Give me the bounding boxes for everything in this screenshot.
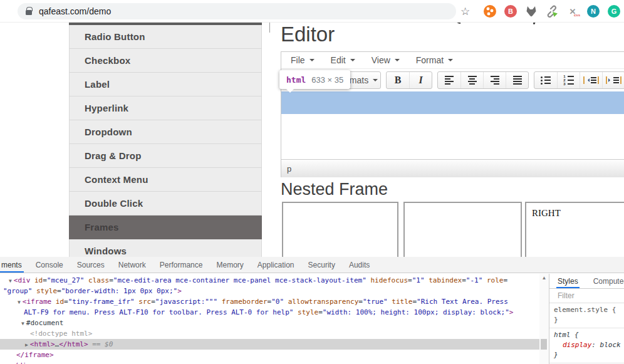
tab-application[interactable]: Application <box>251 257 301 273</box>
tab-elements[interactable]: ments <box>0 257 29 273</box>
html-style-rule[interactable]: html { display: block } <box>549 328 624 363</box>
url-text[interactable]: qafeast.com/demo <box>39 6 111 16</box>
justify-button[interactable] <box>506 72 528 88</box>
align-right-button[interactable] <box>483 72 506 88</box>
chevron-down-icon <box>373 79 378 84</box>
dom-node-html-selected[interactable]: ▶<html>…</html> == $0 <box>0 339 539 350</box>
editor-menu-view[interactable]: View <box>363 52 408 68</box>
element-style-rule[interactable]: element.style { } <box>549 303 624 328</box>
sidebar-item-drag-drop[interactable]: Drag & Drop <box>69 144 262 168</box>
italic-button[interactable]: I <box>409 72 432 88</box>
justify-icon <box>513 76 522 85</box>
b-extension-icon[interactable]: B <box>504 5 517 18</box>
rule-selector: html { <box>554 330 624 340</box>
editor-statusbar: p <box>281 159 624 177</box>
editor-content-area[interactable] <box>281 91 624 159</box>
frame-middle[interactable] <box>403 202 522 257</box>
devtools-panel: ments Console Sources Network Performanc… <box>0 257 624 364</box>
element-path[interactable]: p <box>287 164 291 174</box>
css-property: display <box>563 341 591 349</box>
inspected-dimensions: 633 × 35 <box>311 75 343 85</box>
link-extension-icon[interactable] <box>546 5 558 18</box>
css-cutter-extension-icon[interactable]: ✕ css <box>566 5 579 18</box>
tab-network[interactable]: Network <box>112 257 153 273</box>
bookmark-star-icon[interactable]: ☆ <box>460 5 470 18</box>
scrollbar-thumb[interactable] <box>541 339 547 350</box>
tab-styles[interactable]: Styles <box>558 274 578 288</box>
tab-audits[interactable]: Audits <box>342 257 377 273</box>
bold-italic-group: B I <box>386 71 432 89</box>
dom-node-iframe-close[interactable]: </iframe> <box>0 350 539 360</box>
align-center-button[interactable] <box>460 72 483 88</box>
bold-icon: B <box>395 75 402 86</box>
menu-label: Format <box>416 55 444 65</box>
indent-icon <box>606 76 621 84</box>
editor-menu-format[interactable]: Format <box>408 52 461 68</box>
sidebar-item-label: Dropdown <box>85 127 132 137</box>
sidebar-item-checkbox[interactable]: Checkbox <box>69 49 262 73</box>
dom-node-doctype[interactable]: <!doctype html> <box>0 328 539 339</box>
inspect-tooltip: html 633 × 35 <box>279 70 350 89</box>
numbered-list-button[interactable]: 1 2 3 <box>557 72 580 88</box>
tab-computed[interactable]: Computed <box>593 274 624 288</box>
partial-border-artifact <box>269 23 270 33</box>
tab-security[interactable]: Security <box>301 257 342 273</box>
sidebar-item-label: Drag & Drop <box>85 150 142 161</box>
grammarly-extension-icon[interactable]: G <box>608 5 620 18</box>
tab-sources[interactable]: Sources <box>70 257 112 273</box>
scrollbar-up-icon[interactable]: ▲ <box>539 275 549 281</box>
tab-performance[interactable]: Performance <box>153 257 210 273</box>
editor-menubar: File Edit View Format <box>281 52 624 69</box>
sidebar-item-radio-button[interactable]: Radio Button <box>69 25 262 49</box>
tab-console[interactable]: Console <box>29 257 70 273</box>
elements-scrollbar[interactable]: ▲ <box>539 274 549 364</box>
nested-frame-heading: Nested Frame <box>281 179 388 199</box>
clipped-heading-descender <box>533 23 536 24</box>
bullet-list-button[interactable] <box>534 72 557 88</box>
frame-right-text: RIGHT <box>532 208 561 218</box>
dom-node-document[interactable]: ▼#document <box>0 318 539 328</box>
lock-icon <box>26 10 32 15</box>
numbered-list-icon: 1 2 3 <box>563 75 574 85</box>
devtools-element-highlight <box>281 91 624 114</box>
sidebar-item-windows[interactable]: Windows <box>69 239 262 257</box>
sidebar-item-hyperlink[interactable]: Hyperlink <box>69 96 262 120</box>
dom-node-div-open[interactable]: ▼<div id="mceu_27" class="mce-edit-area … <box>0 275 539 286</box>
n-extension-icon[interactable]: N <box>587 5 600 18</box>
align-left-button[interactable] <box>438 72 460 88</box>
chevron-down-icon <box>395 59 400 64</box>
bold-button[interactable]: B <box>387 72 409 88</box>
sidebar-item-label: Double Click <box>85 198 143 209</box>
address-bar[interactable]: qafeast.com/demo <box>18 3 456 19</box>
indent-button[interactable] <box>602 72 624 88</box>
editor-menu-edit[interactable]: Edit <box>323 52 363 68</box>
frame-right[interactable]: RIGHT <box>525 202 624 257</box>
sidebar-item-context-menu[interactable]: Context Menu <box>69 168 262 192</box>
sidebar-item-double-click[interactable]: Double Click <box>69 192 262 216</box>
outdent-button[interactable] <box>580 72 602 88</box>
dom-node-iframe-open[interactable]: ▼<iframe id="tiny-frame_ifr" src="javasc… <box>0 296 539 307</box>
styles-sidebar: Styles Computed Filter element.style { }… <box>549 274 624 364</box>
wolf-extension-icon[interactable] <box>525 5 538 18</box>
editor-menu-file[interactable]: File <box>283 52 323 68</box>
styles-tab-bar: Styles Computed <box>549 274 624 289</box>
styles-filter-input[interactable]: Filter <box>549 289 624 303</box>
frame-left[interactable] <box>282 202 398 257</box>
rule-selector: element.style { <box>554 305 624 315</box>
tab-memory[interactable]: Memory <box>209 257 250 273</box>
sidebar-item-dropdown[interactable]: Dropdown <box>69 120 262 144</box>
dom-node-iframe-open-wrap[interactable]: ALT-F9 for menu. Press ALT-F10 for toolb… <box>0 307 539 318</box>
sidebar-item-label: Windows <box>85 246 127 256</box>
nested-frames: RIGHT <box>282 202 624 257</box>
list-indent-group: 1 2 3 <box>534 71 624 89</box>
sidebar-item-label[interactable]: Label <box>69 73 262 96</box>
dom-node-div-close[interactable]: </div> <box>0 360 539 364</box>
sidebar-item-label: Frames <box>85 222 119 232</box>
dom-node-div-open-wrap[interactable]: "group" style="border-width: 1px 0px 0px… <box>0 286 539 296</box>
rule-declaration[interactable]: display: block <box>554 340 624 350</box>
inspected-tag-name: html <box>286 75 306 85</box>
browser-toolbar: qafeast.com/demo ☆ B ✕ css <box>0 0 624 23</box>
rule-close-brace: } <box>554 315 624 325</box>
sidebar-item-frames[interactable]: Frames <box>69 216 262 239</box>
pinwheel-extension-icon[interactable] <box>484 5 496 18</box>
